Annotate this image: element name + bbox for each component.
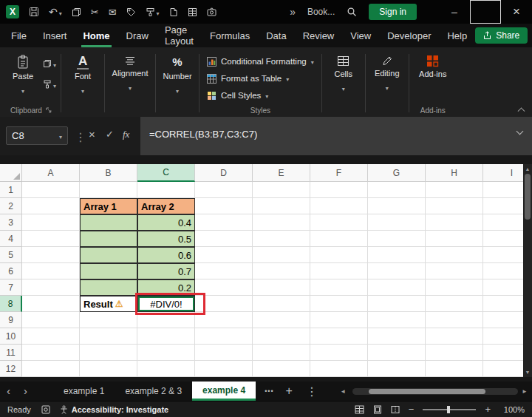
menu-tab-draw[interactable]: Draw [118, 24, 157, 47]
row-header-9[interactable]: 9 [0, 312, 22, 328]
cell-F4[interactable] [310, 231, 368, 247]
scroll-down-icon[interactable] [525, 370, 531, 375]
cell-D5[interactable] [195, 247, 253, 263]
cell-A11[interactable] [22, 345, 80, 361]
name-box-options-icon[interactable] [75, 130, 86, 144]
cell-B4[interactable] [80, 231, 137, 247]
sheet-nav-right-icon[interactable] [17, 383, 34, 399]
scroll-up-icon[interactable] [525, 166, 531, 172]
column-header-F[interactable]: F [310, 164, 368, 182]
number-button[interactable]: % Number [160, 51, 194, 96]
confirm-entry-icon[interactable] [106, 129, 114, 140]
cell-D10[interactable] [195, 328, 253, 345]
column-header-H[interactable]: H [426, 164, 483, 182]
cell-C3[interactable]: 0.4 [137, 214, 195, 231]
cell-B11[interactable] [80, 345, 137, 361]
cell-styles-button[interactable]: Cell Styles [204, 88, 317, 103]
name-box[interactable]: C8 [6, 126, 68, 145]
cell-H11[interactable] [426, 345, 483, 361]
menu-tab-developer[interactable]: Developer [379, 24, 439, 47]
cell-B2[interactable]: Array 1 [80, 198, 137, 214]
cell-D2[interactable] [195, 198, 253, 214]
vertical-scroll-thumb[interactable] [525, 174, 531, 220]
cell-E2[interactable] [253, 198, 310, 214]
cell-G4[interactable] [368, 231, 426, 247]
copy-dropdown-icon[interactable] [53, 57, 56, 70]
column-header-A[interactable]: A [22, 164, 80, 182]
cell-B10[interactable] [80, 328, 137, 345]
cell-D6[interactable] [195, 263, 253, 279]
hscroll-right-icon[interactable] [522, 388, 528, 395]
cell-H9[interactable] [426, 312, 483, 328]
cell-A1[interactable] [22, 182, 80, 198]
row-header-1[interactable]: 1 [0, 182, 22, 198]
paste-dropdown-icon[interactable] [21, 83, 24, 96]
horizontal-scrollbar[interactable] [352, 388, 518, 395]
cell-I2[interactable] [483, 198, 523, 214]
cell-A2[interactable] [22, 198, 80, 214]
cell-G1[interactable] [368, 182, 426, 198]
close-button[interactable] [501, 0, 532, 24]
cell-F12[interactable] [310, 361, 368, 377]
editing-button[interactable]: Editing [370, 51, 404, 93]
dialog-launcher-icon[interactable] [46, 107, 52, 113]
cell-G6[interactable] [368, 263, 426, 279]
undo-icon[interactable] [49, 6, 62, 18]
cell-C10[interactable] [137, 328, 195, 345]
cell-D4[interactable] [195, 231, 253, 247]
cell-F8[interactable] [310, 296, 368, 312]
hscroll-left-icon[interactable] [340, 388, 346, 395]
cell-E10[interactable] [253, 328, 310, 345]
mail-icon[interactable] [109, 7, 117, 18]
cell-B3[interactable] [80, 214, 137, 231]
cell-G11[interactable] [368, 345, 426, 361]
cell-G8[interactable] [368, 296, 426, 312]
row-header-2[interactable]: 2 [0, 198, 22, 214]
cell-I6[interactable] [483, 263, 523, 279]
page-layout-view-icon[interactable] [373, 405, 382, 414]
cell-F6[interactable] [310, 263, 368, 279]
error-warning-icon[interactable] [115, 299, 123, 308]
menu-tab-data[interactable]: Data [258, 24, 294, 47]
cell-I12[interactable] [483, 361, 523, 377]
cell-E8[interactable] [253, 296, 310, 312]
cell-G10[interactable] [368, 328, 426, 345]
cell-H10[interactable] [426, 328, 483, 345]
cell-G2[interactable] [368, 198, 426, 214]
workbook-name[interactable]: Book... [307, 7, 335, 17]
cell-F9[interactable] [310, 312, 368, 328]
cell-I3[interactable] [483, 214, 523, 231]
zoom-in-icon[interactable] [485, 404, 491, 415]
cell-H12[interactable] [426, 361, 483, 377]
search-icon[interactable] [347, 7, 357, 17]
cell-C4[interactable]: 0.5 [137, 231, 195, 247]
cell-H3[interactable] [426, 214, 483, 231]
cell-F7[interactable] [310, 279, 368, 296]
menu-tab-view[interactable]: View [342, 24, 379, 47]
cell-F5[interactable] [310, 247, 368, 263]
cell-H6[interactable] [426, 263, 483, 279]
cell-A8[interactable] [22, 296, 80, 312]
copy-button[interactable] [43, 57, 56, 70]
column-header-I[interactable]: I [483, 164, 523, 182]
cell-D12[interactable] [195, 361, 253, 377]
zoom-out-icon[interactable] [409, 404, 415, 415]
cell-C5[interactable]: 0.6 [137, 247, 195, 263]
menu-tab-file[interactable]: File [3, 24, 35, 47]
cell-B5[interactable] [80, 247, 137, 263]
maximize-button[interactable] [470, 0, 501, 24]
zoom-slider[interactable] [423, 409, 476, 410]
cells-button[interactable]: Cells [327, 51, 361, 94]
formula-bar-expand-icon[interactable] [517, 129, 524, 135]
cell-F11[interactable] [310, 345, 368, 361]
cell-B1[interactable] [80, 182, 137, 198]
cell-I4[interactable] [483, 231, 523, 247]
sheet-tab-example-2-3[interactable]: example 2 & 3 [115, 382, 192, 401]
cell-I8[interactable] [483, 296, 523, 312]
formula-input[interactable]: =CORREL(B3:B7,C3:C7) [140, 117, 532, 155]
cell-E3[interactable] [253, 214, 310, 231]
cell-E1[interactable] [253, 182, 310, 198]
cell-A7[interactable] [22, 279, 80, 296]
excel-app-icon[interactable]: X [6, 5, 19, 18]
cell-C12[interactable] [137, 361, 195, 377]
